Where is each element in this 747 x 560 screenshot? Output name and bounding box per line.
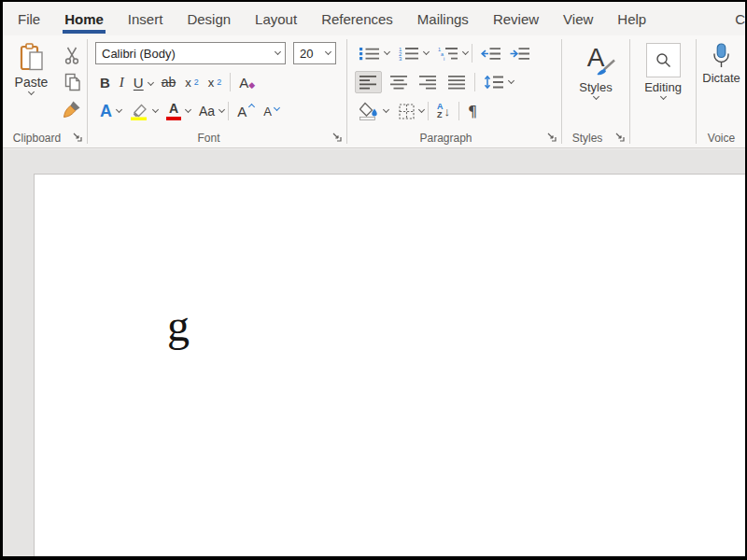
font-name-select[interactable]: Calibri (Body) (95, 42, 286, 64)
shrink-font-button[interactable]: A (259, 100, 284, 122)
format-painter-button[interactable] (57, 96, 87, 121)
multilevel-list-button[interactable]: 1 a i (433, 42, 463, 64)
font-color-button[interactable]: A (162, 100, 186, 122)
tab-file[interactable]: File (6, 2, 52, 35)
styles-group-footer: Styles (562, 128, 629, 147)
grow-font-button[interactable]: A (233, 100, 259, 122)
shading-bucket-icon (359, 102, 379, 120)
font-name-chevron-icon (275, 49, 281, 55)
align-left-icon (359, 75, 377, 90)
numbering-button[interactable]: 1 2 3 (394, 42, 424, 64)
editing-button[interactable]: Editing (644, 42, 682, 99)
clipboard-group: Paste (4, 35, 87, 147)
editing-chevron-icon[interactable] (659, 93, 666, 100)
show-formatting-button[interactable]: ¶ (463, 100, 482, 122)
styles-button[interactable]: A Styles (577, 42, 614, 99)
line-spacing-button[interactable] (479, 71, 509, 93)
caret-down-icon (274, 105, 280, 111)
caret-up-icon (248, 104, 255, 110)
numbering-chevron-icon[interactable] (423, 49, 430, 55)
paste-dropdown-chevron-icon[interactable] (28, 89, 35, 95)
highlight-chevron-icon[interactable] (152, 106, 159, 113)
font-dialog-launcher-icon[interactable] (331, 132, 342, 142)
tab-design[interactable]: Design (175, 2, 243, 35)
tab-view[interactable]: View (551, 2, 605, 35)
change-case-button[interactable]: Aa (194, 100, 219, 122)
sort-button[interactable]: A Z ↓ (432, 100, 455, 122)
document-area: g (3, 148, 745, 556)
svg-text:3: 3 (399, 56, 402, 61)
document-page[interactable]: g (34, 174, 745, 556)
shading-button[interactable] (355, 100, 384, 122)
align-center-button[interactable] (386, 71, 413, 93)
paste-clipboard-icon (20, 43, 44, 72)
eraser-diamond-icon: ◆ (248, 80, 255, 90)
styles-chevron-icon[interactable] (592, 93, 599, 100)
bullets-chevron-icon[interactable] (384, 49, 390, 55)
decrease-indent-button[interactable] (476, 42, 505, 64)
subscript-button[interactable]: x2 (180, 71, 204, 93)
clear-formatting-button[interactable]: A◆ (234, 71, 260, 93)
clipboard-dialog-launcher-icon[interactable] (72, 132, 82, 142)
paste-button[interactable]: Paste (9, 42, 53, 94)
text-effects-chevron-icon[interactable] (116, 106, 122, 113)
cut-button[interactable] (57, 42, 87, 67)
font-group-label: Font (197, 132, 219, 145)
bullet-list-icon (359, 47, 380, 61)
scissors-icon (63, 46, 80, 64)
align-left-button[interactable] (355, 71, 382, 93)
search-icon (655, 52, 671, 68)
font-color-chevron-icon[interactable] (185, 106, 191, 113)
underline-dropdown-chevron-icon[interactable] (148, 78, 154, 85)
strikethrough-button[interactable]: ab (157, 71, 181, 93)
font-size-select[interactable]: 20 (293, 42, 336, 64)
voice-group: Dictate Voice (697, 35, 746, 147)
underline-button[interactable]: U (129, 71, 148, 93)
font-group-footer: Font (88, 128, 346, 147)
tab-help[interactable]: Help (605, 2, 658, 35)
menubar: File Home Insert Design Layout Reference… (3, 2, 745, 35)
mini-separator (474, 73, 475, 91)
superscript-button[interactable]: x2 (204, 71, 227, 93)
bullets-button[interactable] (355, 42, 385, 64)
align-right-button[interactable] (415, 71, 442, 93)
multilevel-chevron-icon[interactable] (462, 49, 469, 55)
increase-indent-icon (510, 47, 529, 61)
justify-icon (448, 75, 466, 90)
change-case-chevron-icon[interactable] (218, 106, 225, 113)
highlight-button[interactable] (125, 100, 153, 122)
borders-button[interactable] (394, 100, 419, 122)
tab-partial-cutoff[interactable]: C (723, 2, 745, 35)
mini-separator (428, 102, 429, 120)
sort-arrow-icon: ↓ (444, 105, 451, 119)
format-painter-icon (63, 100, 82, 119)
bold-button[interactable]: B (95, 71, 115, 93)
word-window: File Home Insert Design Layout Reference… (0, 0, 747, 560)
tab-layout[interactable]: Layout (243, 2, 309, 35)
text-effects-button[interactable]: A (95, 100, 117, 122)
tab-references[interactable]: References (309, 2, 405, 35)
tab-home[interactable]: Home (52, 2, 116, 35)
decrease-indent-icon (481, 47, 500, 61)
clipboard-group-label: Clipboard (13, 132, 61, 145)
document-text[interactable]: g (167, 303, 190, 348)
mini-separator (458, 102, 459, 120)
tab-review[interactable]: Review (481, 2, 551, 35)
justify-button[interactable] (444, 71, 471, 93)
copy-icon (63, 73, 81, 91)
tab-mailings[interactable]: Mailings (405, 2, 481, 35)
tab-insert[interactable]: Insert (116, 2, 176, 35)
italic-button[interactable]: I (115, 71, 129, 93)
increase-indent-button[interactable] (505, 42, 534, 64)
dictate-button[interactable]: Dictate (702, 42, 740, 85)
align-right-icon (419, 75, 437, 90)
microphone-icon (711, 43, 732, 68)
borders-chevron-icon[interactable] (418, 106, 425, 113)
shading-chevron-icon[interactable] (383, 106, 389, 113)
paragraph-dialog-launcher-icon[interactable] (546, 132, 557, 142)
line-spacing-chevron-icon[interactable] (508, 77, 514, 84)
styles-brush-icon (594, 59, 616, 77)
styles-dialog-launcher-icon[interactable] (614, 132, 625, 142)
numbered-list-icon: 1 2 3 (399, 46, 419, 61)
copy-button[interactable] (57, 69, 87, 94)
